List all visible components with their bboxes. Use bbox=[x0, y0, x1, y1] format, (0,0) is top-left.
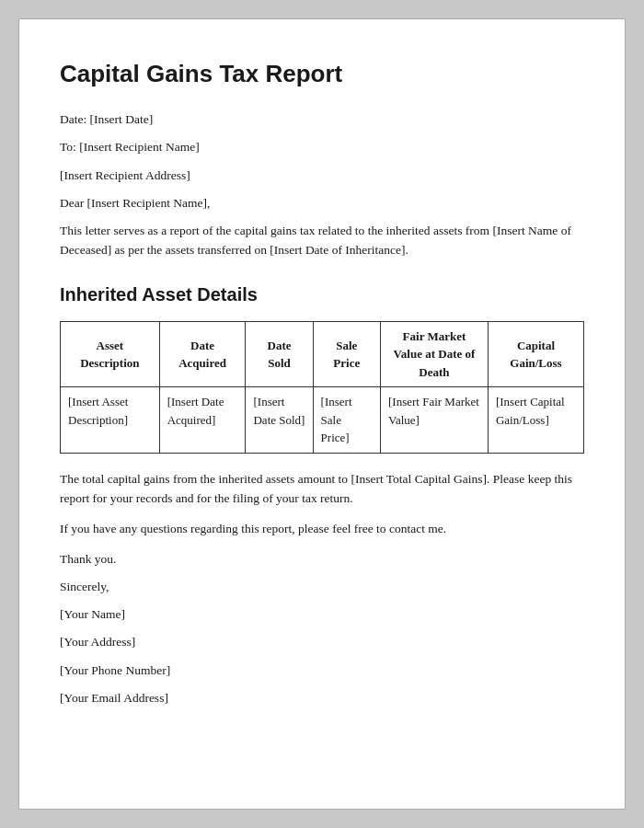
asset-table: AssetDescription DateAcquired DateSold S… bbox=[60, 321, 584, 454]
questions-text: If you have any questions regarding this… bbox=[60, 520, 584, 539]
dear-field: Dear [Insert Recipient Name], bbox=[60, 194, 584, 213]
to-field: To: [Insert Recipient Name] bbox=[60, 138, 584, 156]
cell-sale-price: [Insert Sale Price] bbox=[313, 387, 380, 454]
col-header-date-acquired: DateAcquired bbox=[159, 321, 246, 387]
sender-email: [Your Email Address] bbox=[60, 689, 584, 707]
cell-capital-gain: [Insert Capital Gain/Loss] bbox=[488, 387, 583, 454]
col-header-asset-description: AssetDescription bbox=[61, 321, 160, 387]
sincerely-text: Sincerely, bbox=[60, 578, 584, 596]
cell-fair-market-value: [Insert Fair Market Value] bbox=[380, 387, 488, 454]
summary-text: The total capital gains from the inherit… bbox=[60, 470, 584, 509]
table-header-row: AssetDescription DateAcquired DateSold S… bbox=[61, 321, 584, 387]
col-header-capital-gain: CapitalGain/Loss bbox=[488, 321, 583, 387]
sender-phone: [Your Phone Number] bbox=[60, 661, 584, 680]
page-title: Capital Gains Tax Report bbox=[60, 56, 584, 92]
thank-you-text: Thank you. bbox=[60, 550, 584, 569]
col-header-sale-price: SalePrice bbox=[313, 321, 380, 387]
table-row: [Insert Asset Description] [Insert Date … bbox=[61, 387, 584, 454]
cell-date-acquired: [Insert Date Acquired] bbox=[159, 387, 246, 454]
section-heading-assets: Inherited Asset Details bbox=[60, 281, 584, 308]
sender-name: [Your Name] bbox=[60, 605, 584, 624]
col-header-fair-market-value: Fair Market Value at Date of Death bbox=[380, 321, 488, 387]
sender-address: [Your Address] bbox=[60, 633, 584, 651]
col-header-date-sold: DateSold bbox=[246, 321, 313, 387]
address-field: [Insert Recipient Address] bbox=[60, 167, 584, 185]
cell-asset-description: [Insert Asset Description] bbox=[61, 387, 160, 454]
cell-date-sold: [Insert Date Sold] bbox=[246, 387, 313, 454]
date-field: Date: [Insert Date] bbox=[60, 110, 584, 129]
intro-text: This letter serves as a report of the ca… bbox=[60, 222, 584, 260]
document-page: Capital Gains Tax Report Date: [Insert D… bbox=[18, 18, 626, 810]
